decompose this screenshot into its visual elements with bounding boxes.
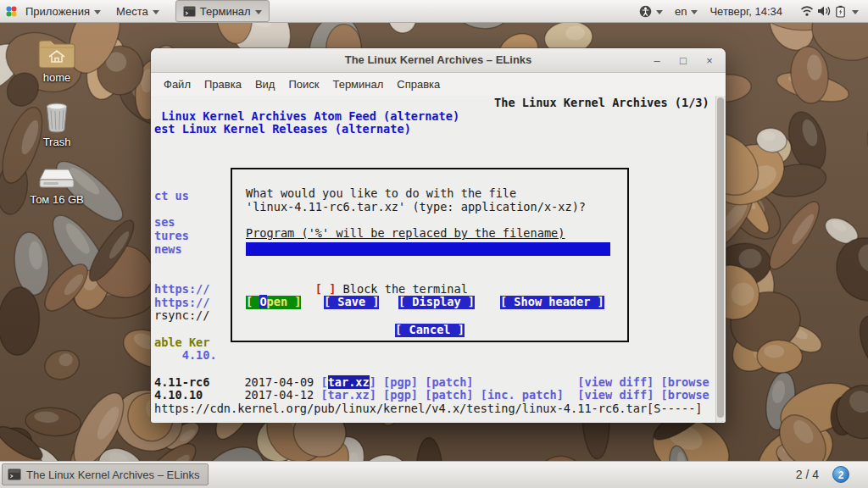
terminal-window: The Linux Kernel Archives – ELinks – □ ×… [151, 48, 726, 422]
chevron-down-icon [852, 10, 859, 14]
elinks-link[interactable]: [browse [661, 388, 709, 402]
open-button[interactable]: [ Open ] [246, 296, 301, 309]
accessibility-menu[interactable] [635, 0, 667, 22]
active-app-button[interactable]: Терминал [175, 0, 270, 22]
terminal-row: Linux Kernel Archives Atom Feed (alterna… [154, 110, 459, 124]
volume-icon[interactable] [817, 5, 832, 17]
terminal-row: able Ker [154, 336, 209, 350]
taskbar-window-button[interactable]: The Linux Kernel Archives – ELinks [2, 463, 209, 485]
places-menu[interactable]: Места [108, 0, 167, 22]
maximize-button[interactable]: □ [677, 55, 689, 66]
terminal-text [474, 388, 481, 402]
terminal-row: 4.11-rc6 2017-04-09 [tar.xz] [pgp] [patc… [154, 376, 709, 390]
wifi-icon[interactable] [800, 5, 814, 17]
desktop-icon-label: Trash [18, 136, 96, 148]
elinks-link[interactable]: tures [154, 229, 189, 242]
elinks-link[interactable]: ct us [154, 189, 189, 202]
terminal-text [474, 375, 578, 389]
terminal-row: ct us [154, 190, 189, 203]
applications-menu[interactable]: Приложения [18, 0, 108, 22]
dialog-question-line2: 'linux-4.11-rc6.tar.xz' (type: applicati… [246, 201, 586, 214]
distro-menu-icon[interactable] [5, 5, 18, 18]
desktop-icon-label: home [18, 71, 96, 84]
terminal-icon [8, 469, 21, 480]
menu-help[interactable]: Справка [390, 75, 447, 93]
elinks-link[interactable]: [view diff] [577, 375, 654, 389]
scrollbar-thumb[interactable] [717, 97, 724, 418]
elinks-download-dialog: What would you like to do with the file … [231, 168, 629, 342]
terminal-text [154, 109, 161, 123]
terminal-text: 4.11-rc6 [154, 375, 209, 389]
desktop-icon-volume[interactable]: Том 16 GB [18, 166, 96, 206]
battery-icon[interactable] [835, 5, 846, 18]
terminal-text [654, 388, 660, 402]
open-button-cursor: O [259, 295, 266, 308]
desktop-screen: Приложения Места Терминал [0, 0, 868, 488]
elinks-link[interactable]: est Linux Kernel Releases (alternate) [154, 122, 411, 136]
terminal-text: https://cdn.kernel.org/pub/linux/kernel/… [154, 402, 703, 415]
elinks-link[interactable]: [pgp] [383, 375, 418, 389]
elinks-link[interactable]: [pgp] [383, 388, 418, 402]
elinks-link[interactable]: [inc. patch] [481, 388, 564, 402]
terminal-row: est Linux Kernel Releases (alternate) [154, 123, 411, 136]
elinks-link[interactable]: [patch] [425, 375, 473, 389]
checkbox-bracket: [ [315, 282, 322, 296]
terminal-content[interactable]: The Linux Kernel Archives (1/3) Linux Ke… [151, 96, 726, 423]
keyboard-layout-menu[interactable]: en [670, 0, 702, 22]
terminal-row: 4.10.10 2017-04-12 [tar.xz] [pgp] [patch… [154, 389, 709, 402]
minimize-button[interactable]: – [651, 55, 663, 66]
terminal-text: rsync:// [154, 308, 209, 322]
elinks-link[interactable]: [ [320, 375, 327, 389]
window-titlebar[interactable]: The Linux Kernel Archives – ELinks – □ × [151, 48, 726, 73]
menu-file[interactable]: Файл [157, 75, 198, 93]
menu-edit[interactable]: Правка [198, 75, 248, 93]
notification-badge[interactable]: 2 [832, 466, 849, 483]
drive-icon [36, 166, 77, 191]
elinks-link[interactable]: ses [154, 215, 175, 229]
elinks-link[interactable]: Linux Kernel Archives Atom Feed (alterna… [161, 109, 459, 123]
keyboard-layout-label: en [675, 5, 687, 18]
show-header-button[interactable]: [ Show header ] [500, 296, 604, 309]
terminal-scrollbar[interactable] [715, 96, 726, 423]
chevron-down-icon [255, 10, 262, 14]
save-button[interactable]: [ Save ] [324, 296, 379, 309]
program-input[interactable] [246, 242, 610, 256]
system-menu[interactable] [849, 0, 861, 22]
terminal-row: https:// [154, 283, 209, 297]
elinks-link[interactable]: [patch] [425, 388, 473, 402]
terminal-row: ses [154, 216, 175, 230]
taskbar: The Linux Kernel Archives – ELinks 2 / 4… [0, 461, 868, 488]
elinks-link[interactable]: [view diff] [577, 388, 654, 402]
workspace-indicator[interactable]: 2 / 4 [796, 462, 819, 488]
desktop-icon-trash[interactable]: Trash [18, 100, 96, 148]
cancel-button[interactable]: [ Cancel ] [395, 324, 465, 337]
elinks-link[interactable]: https:// [154, 296, 209, 309]
terminal-text [376, 375, 383, 389]
terminal-text: 2017-04-12 [203, 388, 320, 402]
elinks-link[interactable]: news [154, 242, 182, 256]
clock[interactable]: Четверг, 14:34 [705, 0, 787, 22]
close-button[interactable]: × [704, 55, 715, 66]
terminal-row: news [154, 243, 182, 257]
applications-menu-label: Приложения [25, 5, 90, 18]
program-field-label: Program ('%' will be replaced by the fil… [246, 227, 565, 241]
elinks-link[interactable]: https:// [154, 282, 209, 296]
menu-terminal[interactable]: Терминал [326, 75, 390, 93]
elinks-link[interactable]: 4.10. [182, 348, 217, 362]
elinks-link[interactable]: ] [370, 375, 376, 389]
elinks-link[interactable]: tar.xz [328, 375, 370, 389]
desktop-icon-home[interactable]: home [18, 37, 96, 84]
chevron-down-icon [153, 10, 159, 14]
trash-icon [40, 100, 74, 134]
chevron-down-icon [94, 10, 101, 14]
terminal-text [564, 388, 577, 402]
elinks-link[interactable]: [tar.xz] [320, 388, 376, 402]
terminal-row: rsync:// [154, 309, 209, 323]
display-button[interactable]: [ Display ] [398, 296, 475, 309]
places-menu-label: Места [116, 5, 148, 18]
clock-label: Четверг, 14:34 [709, 5, 782, 18]
menu-search[interactable]: Поиск [281, 75, 326, 93]
terminal-text [376, 388, 383, 402]
menu-view[interactable]: Вид [248, 75, 282, 93]
elinks-link[interactable]: [browse [661, 375, 709, 389]
